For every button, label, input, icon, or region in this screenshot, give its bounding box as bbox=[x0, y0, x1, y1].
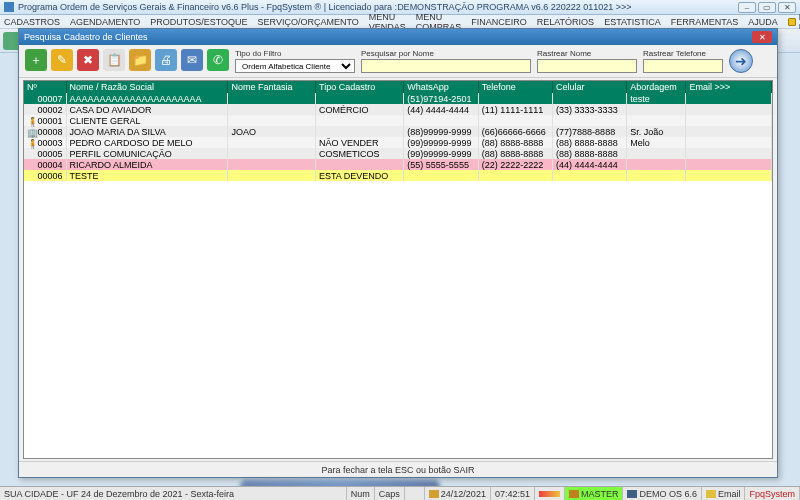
cell: (44) 4444-4444 bbox=[404, 104, 478, 115]
cell bbox=[315, 93, 403, 104]
table-row[interactable]: 00004RICARDO ALMEIDA(55) 5555-5555(22) 2… bbox=[24, 159, 772, 170]
search-name-label: Pesquisar por Nome bbox=[361, 49, 531, 58]
dialog-footer: Para fechar a tela ESC ou botão SAIR bbox=[19, 461, 777, 477]
track-name-input[interactable] bbox=[537, 59, 637, 73]
menu-agendamento[interactable]: AGENDAMENTO bbox=[70, 17, 140, 27]
table-row[interactable]: 🧍 00001CLIENTE GERAL bbox=[24, 115, 772, 126]
status-fpq[interactable]: FpqSystem bbox=[745, 487, 800, 500]
search-name-input[interactable] bbox=[361, 59, 531, 73]
cell bbox=[478, 115, 552, 126]
cell bbox=[228, 137, 316, 148]
cell: 00005 bbox=[24, 148, 66, 159]
search-dialog: Pesquisa Cadastro de Clientes ✕ ＋✎✖📋📁🖨✉✆… bbox=[18, 28, 778, 478]
cell: (99)99999-9999 bbox=[404, 137, 478, 148]
row-type-icon bbox=[27, 161, 35, 169]
status-demo: DEMO OS 6.6 bbox=[623, 487, 702, 500]
print-button[interactable]: 🖨 bbox=[155, 49, 177, 71]
status-email[interactable]: Email bbox=[702, 487, 746, 500]
menu-estatistica[interactable]: ESTATISTICA bbox=[604, 17, 661, 27]
cell bbox=[478, 170, 552, 181]
cell: (22) 2222-2222 bbox=[478, 159, 552, 170]
cell: 00007 bbox=[24, 93, 66, 104]
row-type-icon: 🏢 bbox=[27, 128, 35, 136]
menu-servico[interactable]: SERVIÇO/ORÇAMENTO bbox=[258, 17, 359, 27]
cell: teste bbox=[627, 93, 686, 104]
cell: Sr. João bbox=[627, 126, 686, 137]
cell: TESTE bbox=[66, 170, 228, 181]
cell: CASA DO AVIADOR bbox=[66, 104, 228, 115]
cell: NÃO VENDER bbox=[315, 137, 403, 148]
menu-financeiro[interactable]: FINANCEIRO bbox=[471, 17, 527, 27]
results-grid[interactable]: NºNome / Razão SocialNome FantasiaTipo C… bbox=[23, 80, 773, 459]
cell bbox=[627, 170, 686, 181]
cell: COMÉRCIO bbox=[315, 104, 403, 115]
status-master: MASTER bbox=[565, 487, 624, 500]
cell bbox=[627, 159, 686, 170]
table-row[interactable]: 00007AAAAAAAAAAAAAAAAAAAAAA(51)97194-250… bbox=[24, 93, 772, 104]
cell: Melo bbox=[627, 137, 686, 148]
cell: (99)99999-9999 bbox=[404, 148, 478, 159]
add-button[interactable]: ＋ bbox=[25, 49, 47, 71]
cell bbox=[404, 170, 478, 181]
table-row[interactable]: 00006TESTEESTA DEVENDO bbox=[24, 170, 772, 181]
mail-icon bbox=[706, 490, 716, 498]
col-header[interactable]: Nome Fantasia bbox=[228, 81, 316, 93]
dialog-titlebar: Pesquisa Cadastro de Clientes ✕ bbox=[19, 29, 777, 45]
delete-button[interactable]: ✖ bbox=[77, 49, 99, 71]
maximize-button[interactable]: ▭ bbox=[758, 2, 776, 13]
col-header[interactable]: Telefone bbox=[478, 81, 552, 93]
dialog-close-button[interactable]: ✕ bbox=[752, 31, 772, 43]
track-phone-input[interactable] bbox=[643, 59, 723, 73]
cell bbox=[315, 159, 403, 170]
table-row[interactable]: 🏢 00008JOAO MARIA DA SILVAJOAO(88)99999-… bbox=[24, 126, 772, 137]
cell: (88)99999-9999 bbox=[404, 126, 478, 137]
whatsapp-button[interactable]: ✆ bbox=[207, 49, 229, 71]
cell bbox=[627, 115, 686, 126]
cell bbox=[686, 104, 772, 115]
menu-relatorios[interactable]: RELATÓRIOS bbox=[537, 17, 594, 27]
search-go-button[interactable]: ➜ bbox=[729, 49, 753, 73]
edit-button[interactable]: ✎ bbox=[51, 49, 73, 71]
menu-produtos[interactable]: PRODUTOS/ESTOQUE bbox=[150, 17, 247, 27]
cell: CLIENTE GERAL bbox=[66, 115, 228, 126]
row-type-icon: 🧍 bbox=[27, 117, 35, 125]
col-header[interactable]: Nº bbox=[24, 81, 66, 93]
col-header[interactable]: Tipo Cadastro bbox=[315, 81, 403, 93]
cell: (88) 8888-8888 bbox=[478, 148, 552, 159]
cell: AAAAAAAAAAAAAAAAAAAAAA bbox=[66, 93, 228, 104]
menu-ferramentas[interactable]: FERRAMENTAS bbox=[671, 17, 738, 27]
cell: COSMETICOS bbox=[315, 148, 403, 159]
col-header[interactable]: Celular bbox=[553, 81, 627, 93]
col-header[interactable]: Email >>> bbox=[686, 81, 772, 93]
mail-icon bbox=[788, 18, 796, 26]
menu-cadastros[interactable]: CADASTROS bbox=[4, 17, 60, 27]
cell bbox=[228, 115, 316, 126]
cell bbox=[627, 104, 686, 115]
filter-type-select[interactable]: Ordem Alfabetica Cliente bbox=[235, 59, 355, 73]
cell bbox=[686, 170, 772, 181]
cell bbox=[228, 170, 316, 181]
menubar: CADASTROS AGENDAMENTO PRODUTOS/ESTOQUE S… bbox=[0, 15, 800, 29]
menu-ajuda[interactable]: AJUDA bbox=[748, 17, 778, 27]
row-type-icon bbox=[27, 172, 35, 180]
row-type-icon bbox=[27, 150, 35, 158]
cell: 00006 bbox=[24, 170, 66, 181]
cell bbox=[686, 159, 772, 170]
mail-button[interactable]: ✉ bbox=[181, 49, 203, 71]
col-header[interactable]: Abordagem bbox=[627, 81, 686, 93]
table-row[interactable]: 00005PERFIL COMUNICAÇÃOCOSMETICOS(99)999… bbox=[24, 148, 772, 159]
cell bbox=[228, 93, 316, 104]
table-row[interactable]: 🧍 00003PEDRO CARDOSO DE MELONÃO VENDER(9… bbox=[24, 137, 772, 148]
folder-button[interactable]: 📁 bbox=[129, 49, 151, 71]
table-row[interactable]: 00002CASA DO AVIADORCOMÉRCIO(44) 4444-44… bbox=[24, 104, 772, 115]
cell bbox=[553, 170, 627, 181]
status-date: 24/12/2021 bbox=[425, 487, 491, 500]
cell bbox=[315, 126, 403, 137]
cell: (88) 8888-8888 bbox=[553, 137, 627, 148]
minimize-button[interactable]: – bbox=[738, 2, 756, 13]
cell bbox=[686, 148, 772, 159]
copy-button[interactable]: 📋 bbox=[103, 49, 125, 71]
col-header[interactable]: WhatsApp bbox=[404, 81, 478, 93]
col-header[interactable]: Nome / Razão Social bbox=[66, 81, 228, 93]
cell: ESTA DEVENDO bbox=[315, 170, 403, 181]
